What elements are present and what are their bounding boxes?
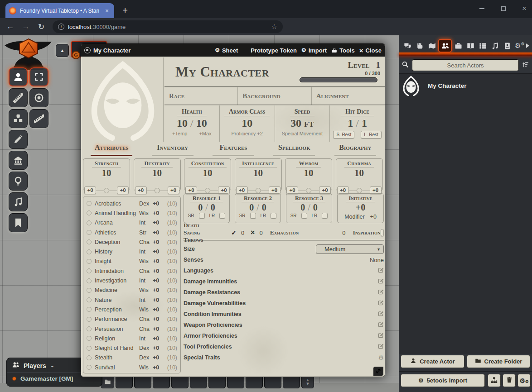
size-select[interactable]: Medium▾ [316, 244, 384, 254]
short-rest-button[interactable]: S. Rest [333, 131, 354, 139]
edit-icon[interactable] [378, 332, 384, 339]
skill-row[interactable]: InsightWis+0(10) [87, 257, 177, 266]
proficiency-radio[interactable] [104, 188, 109, 193]
skill-row[interactable]: Animal HandlingWis+0(10) [87, 208, 177, 218]
skill-row[interactable]: DeceptionCha+0(10) [87, 237, 177, 247]
sidebar-tab-combat[interactable] [414, 40, 426, 52]
gm-badge[interactable]: G [72, 51, 80, 59]
death-success-count[interactable]: 0 [241, 229, 244, 236]
skill-row[interactable]: Sleight of HandDex+0(10) [87, 343, 177, 353]
tile-controls-button[interactable] [9, 109, 28, 128]
ability-score[interactable]: 10 [235, 167, 281, 178]
resource-current[interactable]: 0 [198, 202, 203, 212]
skill-row[interactable]: InvestigationInt+0(10) [87, 276, 177, 285]
tab-attributes[interactable]: Attributes [81, 143, 142, 157]
lr-checkbox[interactable] [322, 213, 328, 219]
url-bar[interactable]: i localhost:30000/game ☆ [53, 20, 283, 33]
skill-proficiency-radio[interactable] [87, 317, 92, 322]
sr-checkbox[interactable] [250, 213, 256, 219]
ac-value[interactable]: 10 [220, 116, 275, 130]
resource-value[interactable]: 0/0 [184, 202, 229, 212]
site-info-icon[interactable]: i [58, 24, 64, 30]
ability-name[interactable]: Strength [92, 160, 121, 167]
reload-button[interactable]: ↻ [34, 22, 49, 32]
new-tab-button[interactable]: + [119, 5, 131, 17]
import-button[interactable]: ⚙5etools Import [401, 374, 485, 387]
skill-proficiency-radio[interactable] [87, 297, 92, 302]
proficiency-radio[interactable] [155, 188, 160, 193]
proficiency-radio[interactable] [306, 188, 311, 193]
lighting-controls-button[interactable] [9, 172, 28, 191]
measure-controls-button[interactable] [9, 88, 28, 107]
sound-controls-button[interactable] [9, 192, 28, 211]
skill-row[interactable]: AcrobaticsDex+0(10) [87, 199, 177, 208]
sidebar-tab-actors[interactable] [438, 39, 452, 53]
tools-button[interactable]: Tools [331, 47, 355, 54]
actor-list-item[interactable]: My Character [399, 74, 532, 97]
search-input[interactable] [412, 59, 519, 71]
skill-row[interactable]: ReligionInt+0(10) [87, 334, 177, 343]
skill-row[interactable]: PersuasionCha+0(10) [87, 324, 177, 334]
initiative-modifier-value[interactable]: +0 [370, 214, 377, 220]
forward-button[interactable]: → [18, 22, 34, 31]
resource-max[interactable]: 0 [262, 202, 266, 212]
ability-check-mod[interactable]: +0 [168, 186, 179, 194]
ability-name[interactable]: Dexterity [141, 160, 172, 167]
sidebar-tab-settings[interactable]: ⚙⚙ [514, 40, 526, 52]
sr-checkbox[interactable] [301, 213, 307, 219]
long-rest-button[interactable]: L. Rest [361, 131, 382, 139]
close-button[interactable]: ×Close [359, 47, 382, 54]
window-close-button[interactable]: × [514, 0, 532, 17]
proficiency-radio[interactable] [256, 188, 261, 193]
create-actor-button[interactable]: Create Actor [401, 355, 464, 368]
hp-temp-field[interactable]: +Temp [172, 131, 187, 136]
field-race-input[interactable]: Race [164, 87, 238, 105]
ability-name[interactable]: Constitution [189, 160, 227, 167]
gear-icon[interactable]: ⚙ [378, 354, 384, 361]
select-tool-button[interactable] [29, 67, 48, 86]
resource-current[interactable]: 0 [300, 202, 305, 212]
edit-icon[interactable] [378, 278, 384, 285]
xp-text[interactable]: 0 / 300 [300, 71, 380, 76]
ability-name[interactable]: Charisma [344, 160, 374, 167]
proficiency-radio[interactable] [205, 188, 210, 193]
tab-features[interactable]: Features [203, 143, 264, 157]
sidebar-tab-chat[interactable] [401, 40, 413, 52]
edit-icon[interactable] [378, 321, 384, 329]
sidebar-expand-caret-icon[interactable] [526, 43, 529, 48]
settings-gears-button[interactable]: ⚙⚙ [517, 374, 531, 387]
skill-proficiency-radio[interactable] [87, 346, 92, 351]
game-canvas[interactable]: ▲ G Players ⌄ Gamemaster [GM] ▴▾ My Char… [0, 35, 532, 392]
skill-proficiency-radio[interactable] [87, 210, 92, 215]
edit-icon[interactable] [378, 300, 384, 307]
delete-button[interactable] [503, 374, 516, 387]
initiative-total[interactable]: +0 [338, 202, 383, 212]
death-failure-count[interactable]: 0 [259, 229, 262, 236]
token-controls-button[interactable] [9, 67, 28, 86]
skill-row[interactable]: MedicineWis+0(10) [87, 286, 177, 295]
window-minimize-button[interactable] [471, 0, 492, 17]
ability-score[interactable]: 10 [336, 167, 382, 178]
prototype-token-button[interactable]: Prototype Token [242, 47, 297, 54]
browser-tab[interactable]: Foundry Virtual Tabletop • A Stan × [5, 3, 114, 18]
edit-icon[interactable] [378, 311, 384, 318]
bookmark-star-icon[interactable]: ☆ [271, 23, 277, 31]
ability-name[interactable]: Wisdom [296, 160, 321, 167]
skill-proficiency-radio[interactable] [87, 220, 92, 225]
target-tool-button[interactable] [29, 88, 48, 107]
sidebar-collapse-button[interactable]: ▲ [56, 44, 69, 57]
resource-max[interactable]: 0 [211, 202, 215, 212]
skill-proficiency-radio[interactable] [87, 326, 92, 331]
ability-score[interactable]: 10 [285, 167, 332, 178]
hp-tempmax-field[interactable]: +Max [199, 131, 211, 136]
skill-row[interactable]: ArcanaInt+0(10) [87, 218, 177, 228]
tab-biography[interactable]: Biography [325, 143, 386, 157]
proficiency-radio[interactable] [357, 188, 362, 193]
drawing-controls-button[interactable] [9, 130, 28, 149]
death-failure-icon[interactable]: × [251, 229, 255, 237]
sidebar-tab-scenes[interactable] [426, 40, 438, 52]
skill-proficiency-radio[interactable] [87, 278, 92, 283]
skill-row[interactable]: NatureInt+0(10) [87, 295, 177, 305]
field-alignment-input[interactable]: Alignment [312, 87, 385, 105]
skill-proficiency-radio[interactable] [87, 307, 92, 312]
